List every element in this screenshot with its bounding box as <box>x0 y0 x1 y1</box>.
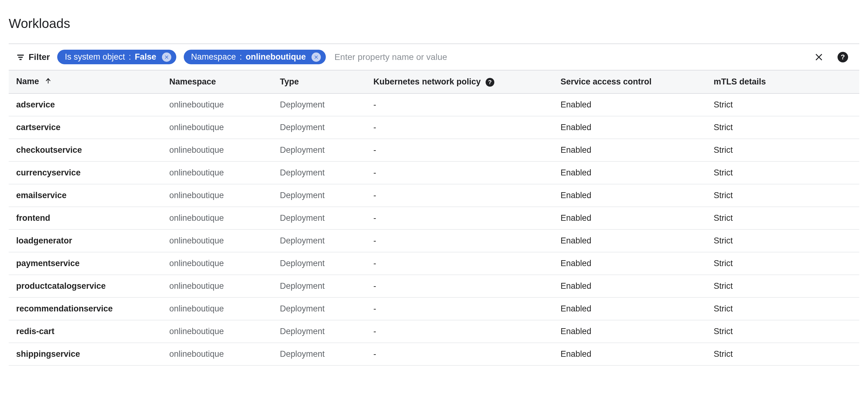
table-row[interactable]: checkoutserviceonlineboutiqueDeployment-… <box>9 139 859 162</box>
cell-netpol: - <box>366 252 553 275</box>
table-row[interactable]: frontendonlineboutiqueDeployment-Enabled… <box>9 207 859 230</box>
cell-access: Enabled <box>553 343 706 366</box>
cell-namespace: onlineboutique <box>162 207 272 230</box>
cell-type: Deployment <box>272 275 366 298</box>
page-title: Workloads <box>9 16 859 31</box>
cell-access: Enabled <box>553 94 706 116</box>
table-row[interactable]: productcatalogserviceonlineboutiqueDeplo… <box>9 275 859 298</box>
filter-icon <box>16 53 25 62</box>
cell-access: Enabled <box>553 298 706 320</box>
svg-rect-2 <box>20 59 22 60</box>
col-header-netpol-label: Kubernetes network policy <box>373 77 480 86</box>
cell-name: shippingservice <box>9 343 162 366</box>
cell-namespace: onlineboutique <box>162 230 272 252</box>
cell-name: cartservice <box>9 116 162 139</box>
col-header-access-label: Service access control <box>561 77 652 86</box>
chip-close-button[interactable] <box>162 53 171 62</box>
col-header-type[interactable]: Type <box>272 70 366 94</box>
table-row[interactable]: recommendationserviceonlineboutiqueDeplo… <box>9 298 859 320</box>
cell-netpol: - <box>366 207 553 230</box>
chip-separator: : <box>128 52 132 62</box>
cell-name: productcatalogservice <box>9 275 162 298</box>
filter-label-wrap[interactable]: Filter <box>16 52 50 62</box>
cell-name: redis-cart <box>9 320 162 343</box>
chip-value: False <box>135 52 156 62</box>
cell-access: Enabled <box>553 320 706 343</box>
workloads-panel: Filter Is system object : False Namespac… <box>9 43 859 366</box>
chip-key: Namespace <box>191 52 236 62</box>
close-icon <box>813 52 825 63</box>
cell-type: Deployment <box>272 230 366 252</box>
cell-name: emailservice <box>9 184 162 207</box>
table-row[interactable]: loadgeneratoronlineboutiqueDeployment-En… <box>9 230 859 252</box>
help-icon: ? <box>838 52 848 62</box>
cell-type: Deployment <box>272 139 366 162</box>
cell-namespace: onlineboutique <box>162 94 272 116</box>
sort-ascending-icon <box>44 77 53 87</box>
filter-chip-namespace[interactable]: Namespace : onlineboutique <box>184 50 326 64</box>
svg-rect-1 <box>18 57 23 58</box>
cell-name: recommendationservice <box>9 298 162 320</box>
cell-type: Deployment <box>272 298 366 320</box>
table-row[interactable]: adserviceonlineboutiqueDeployment-Enable… <box>9 94 859 116</box>
cell-access: Enabled <box>553 162 706 184</box>
filter-actions: ? <box>813 52 852 63</box>
cell-netpol: - <box>366 139 553 162</box>
filter-chip-system-object[interactable]: Is system object : False <box>57 50 176 64</box>
cell-mtls: Strict <box>706 94 859 116</box>
cell-access: Enabled <box>553 252 706 275</box>
cell-type: Deployment <box>272 116 366 139</box>
cell-mtls: Strict <box>706 139 859 162</box>
cell-access: Enabled <box>553 184 706 207</box>
cell-namespace: onlineboutique <box>162 275 272 298</box>
col-header-type-label: Type <box>280 77 299 86</box>
cell-name: paymentservice <box>9 252 162 275</box>
cell-type: Deployment <box>272 184 366 207</box>
help-icon[interactable]: ? <box>486 78 494 87</box>
chip-value: onlineboutique <box>246 52 306 62</box>
col-header-namespace[interactable]: Namespace <box>162 70 272 94</box>
cell-access: Enabled <box>553 230 706 252</box>
table-row[interactable]: currencyserviceonlineboutiqueDeployment-… <box>9 162 859 184</box>
col-header-access[interactable]: Service access control <box>553 70 706 94</box>
cell-mtls: Strict <box>706 275 859 298</box>
workloads-page: Workloads Filter Is system object : Fals… <box>0 0 868 408</box>
cell-namespace: onlineboutique <box>162 162 272 184</box>
filter-input[interactable] <box>333 50 806 64</box>
table-row[interactable]: redis-cartonlineboutiqueDeployment-Enabl… <box>9 320 859 343</box>
cell-type: Deployment <box>272 94 366 116</box>
col-header-netpol[interactable]: Kubernetes network policy ? <box>366 70 553 94</box>
cell-name: checkoutservice <box>9 139 162 162</box>
chip-close-button[interactable] <box>311 53 321 62</box>
cell-mtls: Strict <box>706 162 859 184</box>
col-header-namespace-label: Namespace <box>169 77 216 86</box>
cell-mtls: Strict <box>706 320 859 343</box>
cell-namespace: onlineboutique <box>162 139 272 162</box>
cell-mtls: Strict <box>706 343 859 366</box>
cell-netpol: - <box>366 343 553 366</box>
cell-name: frontend <box>9 207 162 230</box>
filter-bar: Filter Is system object : False Namespac… <box>9 44 859 70</box>
cell-namespace: onlineboutique <box>162 116 272 139</box>
cell-netpol: - <box>366 116 553 139</box>
table-row[interactable]: emailserviceonlineboutiqueDeployment-Ena… <box>9 184 859 207</box>
table-row[interactable]: shippingserviceonlineboutiqueDeployment-… <box>9 343 859 366</box>
col-header-mtls[interactable]: mTLS details <box>706 70 859 94</box>
table-row[interactable]: cartserviceonlineboutiqueDeployment-Enab… <box>9 116 859 139</box>
chip-separator: : <box>239 52 243 62</box>
cell-namespace: onlineboutique <box>162 184 272 207</box>
cell-name: loadgenerator <box>9 230 162 252</box>
cell-namespace: onlineboutique <box>162 320 272 343</box>
cell-mtls: Strict <box>706 230 859 252</box>
cell-access: Enabled <box>553 275 706 298</box>
table-row[interactable]: paymentserviceonlineboutiqueDeployment-E… <box>9 252 859 275</box>
col-header-name-label: Name <box>16 77 39 86</box>
col-header-name[interactable]: Name <box>9 70 162 94</box>
cell-netpol: - <box>366 275 553 298</box>
clear-filters-button[interactable] <box>813 52 825 63</box>
filter-help-button[interactable]: ? <box>835 52 848 62</box>
cell-type: Deployment <box>272 252 366 275</box>
cell-access: Enabled <box>553 139 706 162</box>
chip-key: Is system object <box>65 52 125 62</box>
cell-name: adservice <box>9 94 162 116</box>
